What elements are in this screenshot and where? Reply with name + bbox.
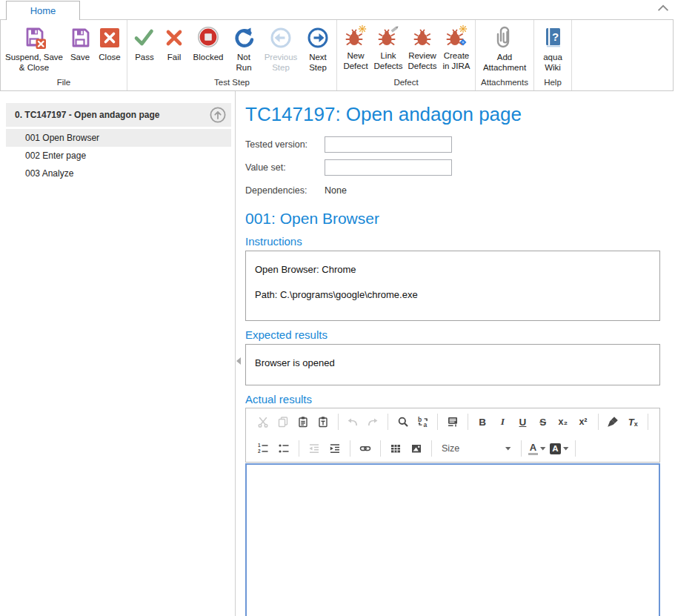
subscript-button[interactable]: x₂ bbox=[553, 412, 572, 431]
redo-icon bbox=[367, 416, 379, 428]
close-icon bbox=[98, 24, 122, 50]
ribbon-group-test-step: Pass Fail Blocked Not Run Previous Step bbox=[127, 20, 337, 90]
bug-link-icon bbox=[376, 24, 401, 48]
bold-button[interactable]: B bbox=[473, 412, 492, 431]
strikethrough-button[interactable]: S bbox=[533, 412, 552, 431]
actual-results-editor[interactable] bbox=[245, 463, 660, 616]
test-case-header-label: 0. TC147197 - Open andagon page bbox=[15, 110, 209, 120]
test-case-detail: TC147197: Open andagon page Tested versi… bbox=[236, 91, 675, 616]
editor-toolbar-row-2: Size A A bbox=[246, 435, 659, 462]
paste-text-button[interactable] bbox=[314, 412, 333, 431]
fail-button[interactable]: Fail bbox=[159, 22, 189, 63]
pass-button[interactable]: Pass bbox=[130, 22, 159, 63]
review-defects-button[interactable]: Review Defects bbox=[405, 22, 440, 72]
table-icon bbox=[390, 443, 402, 454]
pass-check-icon bbox=[133, 24, 156, 50]
expected-results-box: Browser is opened bbox=[245, 344, 660, 385]
toolbar-separator bbox=[437, 414, 438, 430]
remove-format-button[interactable]: Tx bbox=[624, 412, 642, 431]
rich-text-editor-toolbar: B I U S x₂ x² Tx bbox=[245, 408, 660, 463]
background-color-button[interactable]: A bbox=[548, 439, 571, 458]
instructions-line: Open Browser: Chrome bbox=[255, 264, 651, 275]
increase-indent-icon bbox=[329, 443, 341, 454]
next-step-icon bbox=[306, 24, 330, 50]
step-list: 001 Open Browser 002 Enter page 003 Anal… bbox=[0, 129, 235, 182]
new-defect-button[interactable]: New Defect bbox=[339, 22, 372, 72]
step-list-item[interactable]: 002 Enter page bbox=[6, 147, 231, 165]
ribbon-empty-area bbox=[572, 20, 673, 90]
link-button[interactable] bbox=[356, 439, 375, 458]
step-list-item[interactable]: 003 Analyze bbox=[6, 165, 231, 182]
underline-button[interactable]: U bbox=[513, 412, 532, 431]
value-set-label: Value set: bbox=[245, 162, 325, 173]
redo-button[interactable] bbox=[364, 412, 382, 431]
value-set-row: Value set: bbox=[245, 159, 660, 176]
undo-button[interactable] bbox=[344, 412, 362, 431]
text-color-icon: A bbox=[528, 443, 538, 455]
numbered-list-button[interactable] bbox=[253, 439, 273, 458]
decrease-indent-button[interactable] bbox=[305, 439, 324, 458]
insert-image-button[interactable] bbox=[407, 439, 426, 458]
insert-table-button[interactable] bbox=[386, 439, 405, 458]
numbered-list-icon bbox=[257, 443, 269, 454]
save-icon bbox=[68, 24, 92, 50]
editor-toolbar-row-1: B I U S x₂ x² Tx bbox=[246, 408, 659, 435]
ribbon: Suspend, Save & Close Save Close File Pa… bbox=[0, 19, 674, 91]
add-attachment-button[interactable]: Add Attachment bbox=[478, 22, 531, 73]
suspend-save-close-button[interactable]: Suspend, Save & Close bbox=[3, 22, 65, 73]
test-steps-sidebar: 0. TC147197 - Open andagon page 001 Open… bbox=[0, 91, 236, 616]
italic-button[interactable]: I bbox=[493, 412, 512, 431]
increase-indent-button[interactable] bbox=[325, 439, 345, 458]
bulleted-list-button[interactable] bbox=[274, 439, 293, 458]
copy-formatting-button[interactable] bbox=[604, 412, 622, 431]
toolbar-separator bbox=[575, 440, 576, 457]
save-button[interactable]: Save bbox=[65, 22, 95, 63]
expected-results-heading: Expected results bbox=[245, 328, 660, 341]
step-list-item[interactable]: 001 Open Browser bbox=[6, 129, 231, 147]
not-run-button[interactable]: Not Run bbox=[227, 22, 260, 73]
value-set-input[interactable] bbox=[325, 159, 452, 176]
instructions-box: Open Browser: Chrome Path: C.\programs\g… bbox=[245, 251, 660, 321]
copy-formatting-brush-icon bbox=[607, 416, 619, 428]
paperclip-icon bbox=[493, 24, 516, 50]
toolbar-separator bbox=[388, 414, 388, 430]
close-button[interactable]: Close bbox=[95, 22, 124, 63]
next-step-button[interactable]: Next Step bbox=[302, 22, 334, 73]
link-icon bbox=[359, 443, 371, 454]
aqua-wiki-button[interactable]: aqua Wiki bbox=[536, 22, 569, 73]
select-all-button[interactable] bbox=[443, 412, 462, 431]
paste-button[interactable] bbox=[293, 412, 312, 431]
ribbon-group-label: Attachments bbox=[476, 76, 533, 90]
replace-button[interactable] bbox=[413, 412, 432, 431]
bug-jira-icon bbox=[444, 24, 469, 48]
find-icon bbox=[397, 416, 409, 428]
blocked-button[interactable]: Blocked bbox=[189, 22, 227, 63]
tested-version-row: Tested version: bbox=[245, 136, 660, 153]
toolbar-separator bbox=[431, 440, 432, 457]
save-suspend-icon bbox=[21, 24, 47, 50]
collapse-ribbon-icon[interactable] bbox=[657, 4, 669, 13]
previous-step-button[interactable]: Previous Step bbox=[260, 22, 302, 73]
toolbar-separator bbox=[468, 414, 468, 430]
tested-version-input[interactable] bbox=[325, 136, 452, 153]
font-size-dropdown[interactable]: Size bbox=[438, 440, 515, 457]
cut-button[interactable] bbox=[253, 412, 272, 431]
background-color-icon: A bbox=[550, 443, 561, 454]
scroll-to-top-button[interactable] bbox=[209, 106, 227, 124]
link-defects-button[interactable]: Link Defects bbox=[372, 22, 405, 72]
dependencies-row: Dependencies: None bbox=[245, 182, 660, 199]
test-execution-window: Home Suspend, Save & Close Save Close Fi… bbox=[0, 0, 675, 616]
fail-x-icon bbox=[162, 24, 186, 50]
tested-version-label: Tested version: bbox=[245, 139, 325, 150]
superscript-button[interactable]: x² bbox=[573, 412, 592, 431]
copy-button[interactable] bbox=[273, 412, 292, 431]
ribbon-group-label: File bbox=[1, 76, 127, 90]
bug-icon bbox=[410, 24, 435, 48]
tab-home[interactable]: Home bbox=[6, 1, 80, 20]
find-button[interactable] bbox=[393, 412, 412, 431]
toolbar-separator bbox=[380, 440, 381, 457]
create-in-jira-button[interactable]: Create in JIRA bbox=[440, 22, 473, 72]
ribbon-group-help: aqua Wiki Help bbox=[534, 20, 572, 90]
chevron-down-icon bbox=[505, 447, 511, 451]
text-color-button[interactable]: A bbox=[526, 439, 548, 458]
